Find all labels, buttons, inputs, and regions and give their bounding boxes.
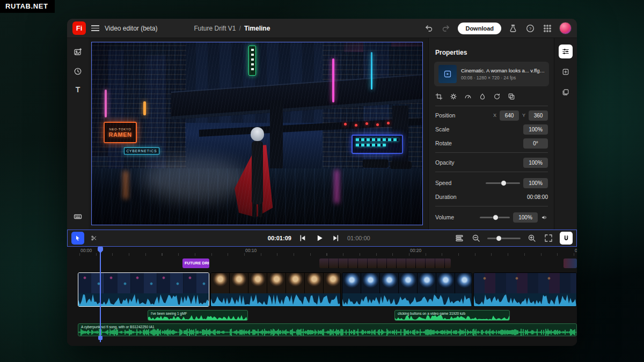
zoom-out-button[interactable] bbox=[471, 233, 481, 243]
reset-button[interactable] bbox=[492, 92, 502, 101]
speed-slider-knob[interactable] bbox=[501, 180, 507, 186]
scale-input[interactable] bbox=[523, 124, 548, 135]
tracks-icon bbox=[455, 234, 464, 242]
clip-meta: 00:08 · 1280 × 720 · 24 fps bbox=[461, 75, 545, 80]
video-clip-2[interactable] bbox=[210, 272, 341, 307]
cursor-icon bbox=[75, 234, 81, 242]
ruler-label: 00:00 bbox=[80, 248, 92, 253]
playhead-foot[interactable] bbox=[98, 336, 103, 340]
zoom-in-icon bbox=[528, 234, 536, 242]
duration-value: 00:08:00 bbox=[527, 194, 548, 200]
history-button[interactable] bbox=[72, 66, 83, 77]
volume-slider-knob[interactable] bbox=[493, 215, 499, 220]
app-header: Fi Video editor (beta) Future Drift V1 /… bbox=[67, 19, 577, 38]
zoom-out-icon bbox=[472, 234, 480, 242]
apps-button[interactable] bbox=[542, 23, 553, 34]
ruler-label: 00:20 bbox=[410, 248, 421, 253]
keyboard-shortcuts-button[interactable] bbox=[72, 211, 83, 222]
audio-waveform bbox=[395, 315, 509, 320]
zoom-slider-knob[interactable] bbox=[496, 235, 502, 241]
play-button[interactable] bbox=[314, 233, 325, 243]
split-tool-button[interactable] bbox=[87, 232, 100, 245]
text-clip[interactable]: FUTURE DRIF bbox=[182, 258, 209, 268]
volume-input[interactable] bbox=[513, 212, 538, 223]
clip-thumbnails bbox=[474, 273, 576, 293]
volume-slider[interactable] bbox=[480, 217, 510, 218]
video-preview-canvas[interactable]: NEO-TOKYO RAMEN CYBERNETICS bbox=[91, 42, 423, 225]
speaker-icon[interactable] bbox=[541, 214, 548, 221]
audio-waveform bbox=[78, 329, 576, 336]
droplet-icon bbox=[479, 93, 486, 100]
undo-button[interactable] bbox=[423, 23, 434, 34]
properties-panel-button[interactable] bbox=[559, 45, 573, 58]
flask-icon bbox=[509, 24, 517, 33]
sfx-clip-2[interactable]: clicking buttons on a video game 31920 k… bbox=[394, 310, 510, 321]
redo-button[interactable] bbox=[441, 23, 451, 34]
download-button[interactable]: Download bbox=[458, 23, 501, 34]
zoom-in-button[interactable] bbox=[526, 233, 537, 243]
rotate-input[interactable] bbox=[523, 138, 548, 149]
select-tool-button[interactable] bbox=[71, 232, 84, 245]
audio-waveform bbox=[211, 293, 340, 306]
help-button[interactable]: ? bbox=[525, 23, 536, 34]
timeline-area: 00:00 00:10 00:20 00:30 FUTURE DRIF bbox=[67, 247, 577, 346]
speed-slider[interactable] bbox=[486, 182, 520, 184]
fit-icon bbox=[544, 234, 553, 242]
app-title: Video editor (beta) bbox=[105, 25, 158, 32]
transport-controls: 00:01:09 01:00:00 bbox=[268, 233, 370, 243]
speedometer-icon bbox=[464, 93, 472, 100]
timeline-ruler[interactable]: 00:00 00:10 00:20 00:30 bbox=[67, 247, 577, 256]
crop-icon bbox=[435, 93, 443, 100]
breadcrumb-project[interactable]: Future Drift V1 bbox=[194, 25, 236, 32]
firefly-logo[interactable]: Fi bbox=[72, 21, 86, 35]
fit-timeline-button[interactable] bbox=[543, 233, 554, 243]
speed-button[interactable] bbox=[463, 92, 473, 101]
hamburger-menu-icon[interactable] bbox=[91, 25, 99, 31]
clip-thumbnail bbox=[438, 65, 457, 83]
user-avatar[interactable] bbox=[559, 22, 572, 34]
sfx-clip-1[interactable]: I've been seeing 1 gMF bbox=[148, 310, 248, 321]
scale-row: Scale bbox=[435, 124, 548, 135]
breadcrumb-view[interactable]: Timeline bbox=[244, 25, 270, 32]
color-button[interactable] bbox=[478, 92, 487, 101]
opacity-input[interactable] bbox=[523, 158, 548, 168]
add-media-button[interactable] bbox=[72, 47, 83, 57]
playhead[interactable] bbox=[100, 247, 101, 342]
keyboard-icon bbox=[74, 212, 82, 221]
duplicate-button[interactable] bbox=[507, 92, 516, 101]
previous-frame-button[interactable] bbox=[297, 233, 308, 243]
crop-button[interactable] bbox=[434, 92, 444, 101]
app-window: Fi Video editor (beta) Future Drift V1 /… bbox=[67, 19, 577, 346]
left-toolbar: T bbox=[67, 38, 89, 230]
undo-icon bbox=[425, 24, 433, 33]
clock-icon bbox=[74, 67, 82, 76]
panel-title: Properties bbox=[435, 49, 467, 56]
music-clip[interactable]: A cyberpunk sci fi song, with or BS12422… bbox=[78, 323, 577, 336]
scissors-icon bbox=[91, 234, 97, 242]
timeline-toolbar: 00:01:09 01:00:00 bbox=[67, 230, 577, 247]
ruler-label: 00:30 bbox=[575, 248, 577, 253]
media-panel-button[interactable] bbox=[559, 65, 573, 79]
broll-filmstrip-clip[interactable] bbox=[319, 258, 451, 268]
settings-button[interactable] bbox=[449, 92, 458, 101]
position-y-input[interactable] bbox=[529, 110, 548, 121]
speed-input[interactable] bbox=[523, 178, 548, 188]
experiments-button[interactable] bbox=[508, 23, 518, 34]
timeline-zoom-slider[interactable] bbox=[487, 238, 521, 239]
snapping-toggle-button[interactable] bbox=[560, 232, 573, 245]
preview-area: NEO-TOKYO RAMEN CYBERNETICS bbox=[89, 38, 428, 230]
help-icon: ? bbox=[526, 24, 535, 33]
video-clip-1-selected[interactable] bbox=[78, 272, 209, 307]
watermark-badge: RUTAB.NET bbox=[0, 0, 55, 13]
add-panel-icon bbox=[562, 68, 569, 76]
video-clip-4[interactable] bbox=[473, 272, 577, 307]
video-clip-3[interactable] bbox=[342, 272, 472, 307]
position-x-input[interactable] bbox=[500, 110, 519, 121]
layers-panel-button[interactable] bbox=[559, 85, 573, 99]
next-frame-button[interactable] bbox=[331, 233, 341, 243]
overlay-clip-partial[interactable] bbox=[564, 258, 577, 268]
opacity-row: Opacity bbox=[435, 157, 548, 168]
track-options-button[interactable] bbox=[454, 233, 465, 243]
text-tool-button[interactable]: T bbox=[76, 85, 80, 94]
selected-clip-card[interactable]: Cinematic. A woman looks a... v.ffgenvid… bbox=[434, 62, 549, 86]
